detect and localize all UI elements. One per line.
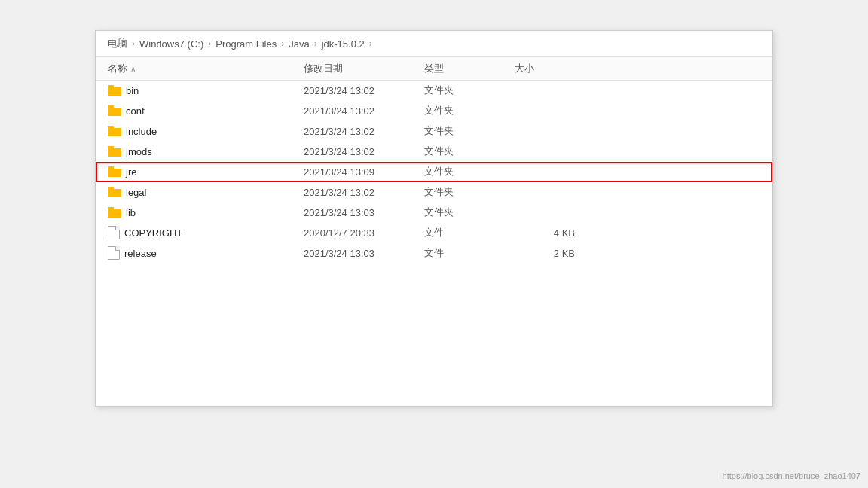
watermark: https://blog.csdn.net/bruce_zhao1407 bbox=[723, 471, 860, 480]
list-item[interactable]: lib2021/3/24 13:03文件夹 bbox=[96, 203, 772, 223]
header-name-label: 名称 bbox=[108, 62, 127, 75]
list-item[interactable]: jmods2021/3/24 13:02文件夹 bbox=[96, 142, 772, 162]
breadcrumb-sep-3: › bbox=[314, 38, 317, 49]
breadcrumb-sep-4: › bbox=[369, 38, 372, 49]
folder-icon bbox=[108, 85, 121, 96]
item-name-text: lib bbox=[126, 207, 136, 218]
header-date-label[interactable]: 修改日期 bbox=[304, 62, 424, 75]
header-size-label[interactable]: 大小 bbox=[515, 62, 575, 75]
folder-icon bbox=[108, 105, 121, 116]
header-type-label[interactable]: 类型 bbox=[424, 62, 515, 75]
item-size-8: 2 KB bbox=[515, 248, 575, 259]
item-name-0: bin bbox=[108, 85, 304, 96]
item-type-6: 文件夹 bbox=[424, 206, 515, 219]
breadcrumb-item-1[interactable]: Windows7 (C:) bbox=[139, 38, 203, 50]
list-item[interactable]: COPYRIGHT2020/12/7 20:33文件4 KB bbox=[96, 223, 772, 243]
item-name-6: lib bbox=[108, 207, 304, 218]
item-type-1: 文件夹 bbox=[424, 104, 515, 117]
file-icon bbox=[108, 226, 120, 239]
item-date-6: 2021/3/24 13:03 bbox=[304, 207, 424, 218]
item-name-text: jmods bbox=[126, 146, 152, 157]
item-type-7: 文件 bbox=[424, 226, 515, 239]
item-name-3: jmods bbox=[108, 146, 304, 157]
folder-icon bbox=[108, 207, 121, 218]
item-type-8: 文件 bbox=[424, 246, 515, 260]
breadcrumb-item-0[interactable]: 电脑 bbox=[108, 37, 127, 50]
folder-icon bbox=[108, 187, 121, 197]
item-name-text: COPYRIGHT bbox=[124, 227, 182, 239]
item-name-8: release bbox=[108, 246, 304, 260]
item-type-3: 文件夹 bbox=[424, 145, 515, 158]
item-date-0: 2021/3/24 13:02 bbox=[304, 85, 424, 96]
list-item[interactable]: bin2021/3/24 13:02文件夹 bbox=[96, 81, 772, 101]
item-date-8: 2021/3/24 13:03 bbox=[304, 248, 424, 259]
list-item[interactable]: legal2021/3/24 13:02文件夹 bbox=[96, 182, 772, 203]
item-date-7: 2020/12/7 20:33 bbox=[304, 227, 424, 239]
item-name-text: include bbox=[126, 126, 157, 137]
item-name-5: legal bbox=[108, 187, 304, 198]
item-size-7: 4 KB bbox=[515, 227, 575, 239]
breadcrumb-sep-1: › bbox=[208, 38, 211, 49]
item-type-2: 文件夹 bbox=[424, 124, 515, 138]
list-item[interactable]: conf2021/3/24 13:02文件夹 bbox=[96, 101, 772, 121]
item-date-3: 2021/3/24 13:02 bbox=[304, 146, 424, 157]
breadcrumb: 电脑 › Windows7 (C:) › Program Files › Jav… bbox=[96, 31, 772, 57]
item-type-0: 文件夹 bbox=[424, 84, 515, 97]
item-date-2: 2021/3/24 13:02 bbox=[304, 126, 424, 137]
folder-icon bbox=[108, 166, 121, 177]
list-header: 名称 ∧ 修改日期 类型 大小 bbox=[96, 57, 772, 81]
item-name-7: COPYRIGHT bbox=[108, 226, 304, 239]
file-rows-container: bin2021/3/24 13:02文件夹conf2021/3/24 13:02… bbox=[96, 81, 772, 264]
list-item[interactable]: jre2021/3/24 13:09文件夹 bbox=[96, 162, 772, 182]
item-name-text: bin bbox=[126, 85, 139, 96]
item-name-2: include bbox=[108, 126, 304, 137]
item-name-text: conf bbox=[126, 105, 145, 117]
breadcrumb-sep-2: › bbox=[281, 38, 284, 49]
breadcrumb-item-2[interactable]: Program Files bbox=[215, 38, 277, 50]
file-icon bbox=[108, 246, 120, 260]
item-name-text: legal bbox=[126, 187, 146, 198]
item-name-1: conf bbox=[108, 105, 304, 117]
item-date-5: 2021/3/24 13:02 bbox=[304, 187, 424, 198]
folder-icon bbox=[108, 146, 121, 157]
item-name-text: jre bbox=[126, 166, 136, 178]
file-list: 名称 ∧ 修改日期 类型 大小 bin2021/3/24 13:02文件夹con… bbox=[96, 57, 772, 264]
header-name[interactable]: 名称 ∧ bbox=[108, 62, 304, 75]
list-item[interactable]: include2021/3/24 13:02文件夹 bbox=[96, 121, 772, 142]
item-name-text: release bbox=[124, 248, 157, 259]
breadcrumb-sep-0: › bbox=[132, 38, 135, 49]
item-type-5: 文件夹 bbox=[424, 185, 515, 199]
item-type-4: 文件夹 bbox=[424, 165, 515, 178]
folder-icon bbox=[108, 126, 121, 136]
sort-arrow-icon: ∧ bbox=[130, 65, 136, 73]
list-item[interactable]: release2021/3/24 13:03文件2 KB bbox=[96, 243, 772, 264]
item-name-4: jre bbox=[108, 166, 304, 178]
breadcrumb-item-3[interactable]: Java bbox=[289, 38, 309, 50]
item-date-4: 2021/3/24 13:09 bbox=[304, 166, 424, 178]
item-date-1: 2021/3/24 13:02 bbox=[304, 105, 424, 117]
file-explorer-window: 电脑 › Windows7 (C:) › Program Files › Jav… bbox=[95, 30, 773, 407]
breadcrumb-item-4[interactable]: jdk-15.0.2 bbox=[322, 38, 365, 50]
